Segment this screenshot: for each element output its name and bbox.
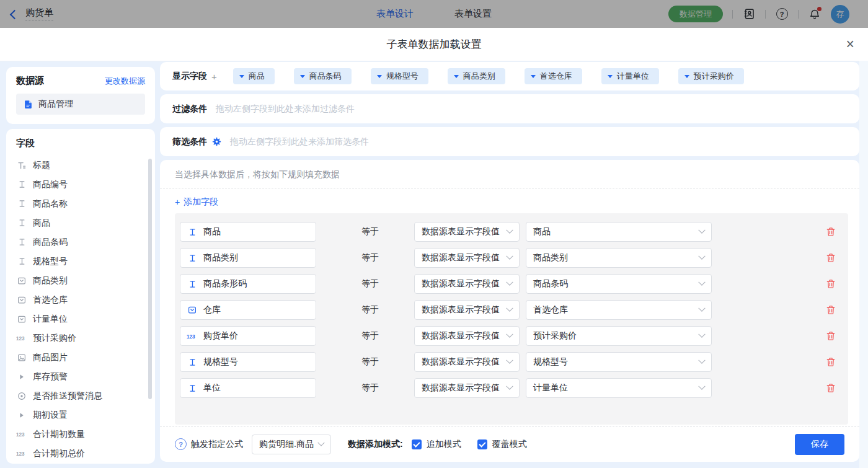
divider [798,10,799,19]
field-list-item[interactable]: 首选仓库 [16,290,155,309]
field-list-item[interactable]: 商品 [16,213,155,232]
tab-form-settings[interactable]: 表单设置 [454,8,492,20]
save-button[interactable]: 保存 [795,434,844,455]
rule-source-select[interactable]: 数据源表显示字段值 [414,274,520,294]
rule-value-select[interactable]: 商品 [526,222,712,242]
rule-row: 商品 等于 数据源表显示字段值 商品 [180,222,848,242]
rule-operator: 等于 [361,330,380,342]
filter-condition-label: 过滤条件 [172,104,207,115]
field-type-icon [187,358,198,366]
field-list-item[interactable]: 是否推送预警消息 [16,386,155,405]
rule-source-select[interactable]: 数据源表显示字段值 [414,326,520,346]
display-field-tag[interactable]: 商品条码 [294,68,352,84]
help-icon[interactable]: ? [775,7,789,21]
datasource-name: 商品管理 [38,99,73,110]
rule-target-field[interactable]: 仓库 [180,300,316,320]
display-field-tag[interactable]: 商品类别 [448,68,505,84]
rule-value-select[interactable]: 首选仓库 [526,300,712,320]
scrollbar[interactable] [148,159,152,399]
gear-icon[interactable] [212,137,221,146]
rule-source-select[interactable]: 数据源表显示字段值 [414,352,520,372]
chevron-down-icon [317,439,324,446]
field-list-item[interactable]: 商品条码 [16,232,155,252]
field-type-icon: 123 [16,450,27,457]
delete-row-icon[interactable] [826,279,836,289]
rule-target-field[interactable]: 123 购货单价 [180,326,316,346]
rule-source-select[interactable]: 数据源表显示字段值 [414,248,520,268]
rule-value-select[interactable]: 商品类别 [526,248,712,268]
rule-source-select[interactable]: 数据源表显示字段值 [414,378,520,398]
contacts-book-icon[interactable] [742,7,756,21]
field-type-icon [187,306,198,314]
field-list-item[interactable]: 123 合计期初总价 [16,444,155,463]
divider [732,10,733,19]
display-field-tags: 商品 商品条码 规格型号 商品类别 首选仓库 计量单位 预计采购价 [233,68,744,84]
tab-form-design[interactable]: 表单设计 [376,8,414,20]
close-icon[interactable]: × [846,36,854,52]
help-icon[interactable]: ? [175,438,187,450]
notification-bell-icon[interactable] [808,7,822,21]
rule-row: 商品条形码 等于 数据源表显示字段值 商品条码 [180,274,848,294]
rule-operator: 等于 [361,356,380,368]
display-field-tag[interactable]: 规格型号 [371,68,428,84]
avatar[interactable]: 存 [831,5,849,24]
rule-operator: 等于 [361,382,380,394]
rule-source-select[interactable]: 数据源表显示字段值 [414,300,520,320]
field-list-item[interactable]: 期初设置 [16,405,155,425]
field-list-item[interactable]: 123 预计采购价 [16,329,155,348]
display-field-tag[interactable]: 首选仓库 [525,68,582,84]
caret-down-icon [684,75,689,78]
field-type-icon [16,315,27,324]
display-field-tag[interactable]: 计量单位 [601,68,659,84]
rule-target-field[interactable]: 单位 [180,378,316,398]
delete-row-icon[interactable] [826,357,836,367]
delete-row-icon[interactable] [826,253,836,263]
overwrite-mode-checkbox[interactable] [477,439,487,449]
field-list-item[interactable]: 标题 [16,156,155,175]
rule-value-select[interactable]: 计量单位 [526,378,712,398]
field-list-item[interactable]: 商品类别 [16,271,155,290]
field-list-item[interactable]: 商品图片 [16,348,155,367]
change-datasource-link[interactable]: 更改数据源 [105,76,145,87]
screen-condition-dropzone[interactable]: 筛选条件 拖动左侧字段到此处来添加筛选条件 [160,127,859,156]
field-list-item[interactable]: 规格型号 [16,252,155,271]
display-field-tag[interactable]: 预计采购价 [678,68,744,84]
field-list-item[interactable]: 计量单位 [16,309,155,329]
rule-target-field[interactable]: 规格型号 [180,352,316,372]
field-type-icon: 123 [16,335,27,342]
caret-down-icon [608,75,613,78]
field-type-icon [16,180,27,188]
rule-row: 规格型号 等于 数据源表显示字段值 规格型号 [180,352,848,372]
append-mode-checkbox[interactable] [412,439,422,449]
rule-value-select[interactable]: 预计采购价 [526,326,712,346]
rule-target-field[interactable]: 商品类别 [180,248,316,268]
filter-condition-dropzone[interactable]: 过滤条件 拖动左侧字段到此处来添加过滤条件 [160,94,859,123]
field-list-item[interactable]: 库存预警 [16,367,155,386]
display-field-tag[interactable]: 商品 [233,68,275,84]
rule-target-field[interactable]: 商品条形码 [180,274,316,294]
trigger-formula-select[interactable]: 购货明细.商品 [252,435,331,454]
add-display-field-button[interactable]: + [211,71,217,82]
back-button[interactable]: 购货单 [0,7,53,21]
delete-row-icon[interactable] [826,227,836,237]
field-type-icon [187,228,198,236]
rule-value-select[interactable]: 商品条码 [526,274,712,294]
rule-target-field[interactable]: 商品 [180,222,316,242]
delete-row-icon[interactable] [826,383,836,393]
chevron-down-icon [506,305,513,312]
add-field-button[interactable]: + 添加字段 [175,196,218,208]
rule-source-select[interactable]: 数据源表显示字段值 [414,222,520,242]
field-type-icon [16,200,27,208]
rule-row: 仓库 等于 数据源表显示字段值 首选仓库 [180,300,848,320]
field-list-item[interactable]: 商品名称 [16,194,155,213]
svg-text:123: 123 [16,432,25,438]
svg-text:123: 123 [16,451,25,457]
delete-row-icon[interactable] [826,331,836,341]
data-manage-button[interactable]: 数据管理 [668,6,723,22]
delete-row-icon[interactable] [826,305,836,315]
field-type-icon [187,280,198,288]
datasource-item[interactable]: 商品管理 [16,94,145,115]
field-list-item[interactable]: 商品编号 [16,175,155,194]
rule-value-select[interactable]: 规格型号 [526,352,712,372]
field-list-item[interactable]: 123 合计期初数量 [16,425,155,444]
